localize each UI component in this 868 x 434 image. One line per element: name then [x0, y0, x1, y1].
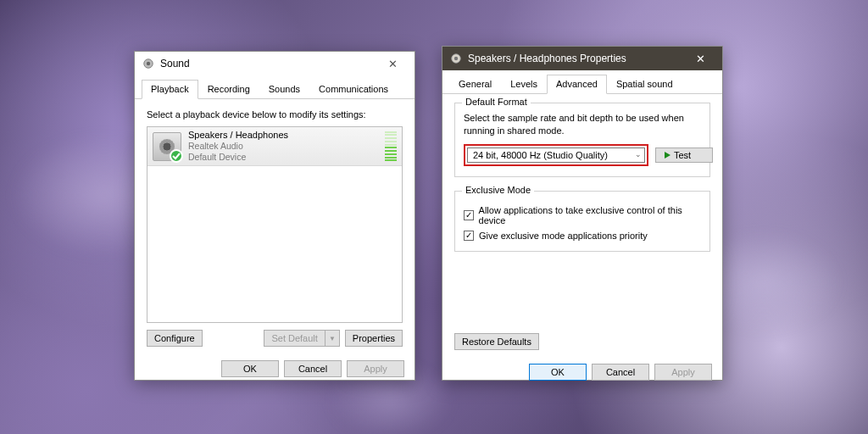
tab-spatial-sound[interactable]: Spatial sound [607, 75, 682, 94]
tab-levels[interactable]: Levels [501, 75, 547, 94]
props-titlebar[interactable]: Speakers / Headphones Properties ✕ [442, 47, 722, 70]
cancel-button[interactable]: Cancel [284, 360, 342, 377]
close-icon[interactable]: ✕ [683, 49, 717, 68]
sound-window: Sound ✕ Playback Recording Sounds Commun… [134, 51, 415, 381]
speaker-app-icon [449, 52, 463, 65]
sound-titlebar[interactable]: Sound ✕ [135, 52, 415, 75]
playback-instruction: Select a playback device below to modify… [147, 109, 403, 120]
sound-tabs: Playback Recording Sounds Communications [135, 75, 415, 99]
format-select[interactable]: 24 bit, 48000 Hz (Studio Quality) ⌄ [467, 147, 645, 163]
device-list[interactable]: Speakers / Headphones Realtek Audio Defa… [147, 126, 403, 323]
tab-sounds[interactable]: Sounds [259, 80, 309, 99]
advanced-panel: Default Format Select the sample rate an… [442, 94, 722, 357]
cancel-button[interactable]: Cancel [592, 364, 649, 381]
device-row[interactable]: Speakers / Headphones Realtek Audio Defa… [147, 127, 402, 166]
playback-button-row: Configure Set Default ▼ Properties [147, 330, 403, 347]
device-speaker-icon [153, 132, 181, 161]
device-text: Speakers / Headphones Realtek Audio Defa… [188, 130, 385, 164]
device-name: Speakers / Headphones [188, 130, 385, 142]
tab-general[interactable]: General [449, 75, 501, 94]
checkbox-checked-icon[interactable]: ✓ [464, 231, 474, 241]
props-title: Speakers / Headphones Properties [468, 53, 683, 64]
test-button[interactable]: Test [655, 147, 713, 163]
playback-panel: Select a playback device below to modify… [135, 99, 415, 353]
play-icon [665, 152, 670, 159]
apply-button[interactable]: Apply [347, 360, 404, 377]
highlight-box: 24 bit, 48000 Hz (Studio Quality) ⌄ [464, 144, 648, 166]
test-label: Test [674, 150, 691, 160]
speaker-app-icon [142, 57, 155, 70]
checkbox-checked-icon[interactable]: ✓ [464, 210, 474, 220]
set-default-button[interactable]: Set Default ▼ [264, 330, 339, 347]
exclusive-opt1-row[interactable]: ✓ Allow applications to take exclusive c… [464, 205, 701, 225]
props-footer: OK Cancel Apply [442, 357, 722, 391]
device-driver: Realtek Audio [188, 141, 385, 152]
apply-button[interactable]: Apply [654, 364, 712, 381]
format-selected-value: 24 bit, 48000 Hz (Studio Quality) [473, 150, 608, 160]
close-icon[interactable]: ✕ [376, 54, 409, 73]
default-format-group: Default Format Select the sample rate an… [454, 103, 710, 177]
level-meter-icon [385, 131, 397, 162]
tab-recording[interactable]: Recording [198, 80, 259, 99]
tab-communications[interactable]: Communications [309, 80, 398, 99]
exclusive-opt2-row[interactable]: ✓ Give exclusive mode applications prior… [464, 231, 701, 241]
exclusive-mode-legend: Exclusive Mode [462, 185, 534, 195]
set-default-label: Set Default [264, 331, 325, 346]
chevron-down-icon[interactable]: ▼ [326, 331, 339, 346]
ok-button[interactable]: OK [221, 360, 279, 377]
sound-footer: OK Cancel Apply [135, 353, 415, 387]
default-check-icon [170, 149, 183, 163]
properties-button[interactable]: Properties [345, 330, 403, 347]
exclusive-mode-group: Exclusive Mode ✓ Allow applications to t… [454, 191, 710, 252]
ok-button[interactable]: OK [529, 364, 587, 381]
sound-title: Sound [160, 58, 376, 70]
tab-playback[interactable]: Playback [142, 80, 198, 99]
props-tabs: General Levels Advanced Spatial sound [442, 70, 722, 94]
configure-button[interactable]: Configure [147, 330, 203, 347]
device-status: Default Device [188, 152, 385, 163]
default-format-legend: Default Format [462, 97, 531, 107]
svg-point-1 [147, 62, 150, 65]
exclusive-opt1-label: Allow applications to take exclusive con… [479, 205, 701, 225]
properties-window: Speakers / Headphones Properties ✕ Gener… [442, 46, 723, 381]
exclusive-opt2-label: Give exclusive mode applications priorit… [479, 231, 648, 241]
tab-advanced[interactable]: Advanced [547, 75, 607, 94]
restore-defaults-button[interactable]: Restore Defaults [454, 333, 539, 350]
svg-point-3 [454, 57, 458, 60]
chevron-down-icon: ⌄ [635, 150, 642, 159]
default-format-desc: Select the sample rate and bit depth to … [464, 112, 701, 137]
format-row: 24 bit, 48000 Hz (Studio Quality) ⌄ Test [464, 144, 701, 166]
